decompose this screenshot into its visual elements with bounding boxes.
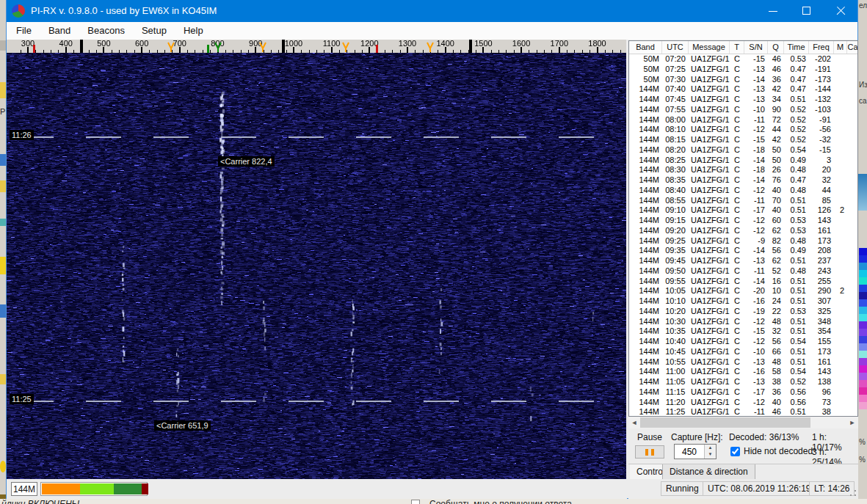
table-row[interactable]: 144M09:45UA1ZFG/1C-13620.51237 — [629, 256, 857, 266]
capture-label: Capture [Hz]: — [671, 432, 723, 442]
table-cell: 143 — [809, 367, 834, 377]
table-cell: 2 — [834, 286, 847, 296]
table-row[interactable]: 144M08:35UA1ZFG/1C-14760.4732 — [629, 175, 857, 186]
table-cell: -15 — [744, 135, 768, 145]
table-row[interactable]: 144M08:00UA1ZFG/1C-11720.52-91 — [629, 115, 857, 125]
table-cell: 0.52 — [784, 105, 809, 115]
resize-grip[interactable] — [849, 489, 857, 497]
table-row[interactable]: 144M11:00UA1ZFG/1C-16580.54143 — [629, 367, 857, 377]
table-row[interactable]: 144M08:15UA1ZFG/1C-15420.52-32 — [629, 135, 857, 145]
table-cell: -11 — [744, 196, 768, 206]
decode-table: BandUTCMessageTS/NQTimeFreqMCa 50M07:20U… — [628, 40, 858, 417]
column-header-t[interactable]: T — [730, 41, 744, 54]
table-row[interactable]: 144M07:40UA1ZFG/1C-13420.47-144 — [629, 84, 857, 95]
table-cell: 144M — [629, 226, 662, 236]
menu-band[interactable]: Band — [41, 22, 78, 36]
column-header-sn[interactable]: S/N — [744, 41, 768, 54]
menu-file[interactable]: File — [9, 22, 39, 36]
column-header-ca[interactable]: Ca — [847, 41, 858, 54]
table-row[interactable]: 144M10:05UA1ZFG/1C-20100.512902 — [629, 286, 857, 296]
menu-beacons[interactable]: Beacons — [80, 22, 132, 36]
pi-rx-window: PI-RX v. 0.9.8.0 - used by EW6X in KO45I… — [6, 0, 858, 499]
title-bar[interactable]: PI-RX v. 0.9.8.0 - used by EW6X in KO45I… — [7, 0, 857, 22]
table-cell: UA1ZFG/1 — [689, 84, 730, 95]
table-row[interactable]: 144M11:05UA1ZFG/1C-13380.52138 — [629, 377, 857, 387]
column-header-band[interactable]: Band — [629, 41, 662, 54]
table-row[interactable]: 50M07:20UA1ZFG/1C-15460.53-202 — [629, 54, 857, 65]
column-header-utc[interactable]: UTC — [662, 41, 689, 54]
pause-button[interactable] — [635, 445, 664, 459]
table-row[interactable]: 144M09:50UA1ZFG/1C-11520.48243 — [629, 266, 857, 277]
table-cell — [834, 277, 847, 287]
table-cell: C — [730, 377, 744, 387]
table-cell: 07:45 — [662, 95, 689, 105]
table-row[interactable]: 50M07:30UA1ZFG/1C-14360.47-173 — [629, 75, 857, 85]
table-row[interactable]: 144M10:10UA1ZFG/1C-16240.51307 — [629, 296, 857, 307]
table-row[interactable]: 144M10:45UA1ZFG/1C-10660.51173 — [629, 347, 857, 357]
table-row[interactable]: 144M10:20UA1ZFG/1C-19220.53325 — [629, 307, 857, 317]
column-header-freq[interactable]: Freq — [809, 41, 834, 54]
minimize-button[interactable] — [756, 0, 790, 22]
table-cell: 0.54 — [784, 367, 809, 377]
table-row[interactable]: 144M09:20UA1ZFG/1C-12620.53161 — [629, 226, 857, 236]
spin-down-button[interactable]: ▼ — [704, 451, 716, 459]
scrollbar-thumb[interactable] — [640, 417, 810, 428]
tab-distance-direction[interactable]: Distance & direction — [662, 464, 755, 480]
table-cell: 08:30 — [662, 165, 689, 175]
table-row[interactable]: 144M11:20UA1ZFG/1C-12400.5673 — [629, 398, 857, 408]
table-row[interactable]: 144M10:40UA1ZFG/1C-12560.54155 — [629, 337, 857, 347]
capture-input[interactable] — [675, 445, 704, 459]
table-row[interactable]: 144M09:35UA1ZFG/1C-14560.49208 — [629, 246, 857, 256]
table-row[interactable]: 144M07:45UA1ZFG/1C-13340.51-132 — [629, 95, 857, 105]
menu-help[interactable]: Help — [176, 22, 211, 36]
table-cell: 144M — [629, 317, 662, 327]
table-cell: UA1ZFG/1 — [689, 145, 730, 156]
table-cell — [847, 286, 858, 296]
frequency-ruler[interactable] — [7, 40, 626, 53]
table-row[interactable]: 144M09:10UA1ZFG/1C-17400.511262 — [629, 205, 857, 216]
table-cell: 255 — [809, 277, 834, 287]
table-cell: 325 — [809, 307, 834, 317]
table-row[interactable]: 144M10:30UA1ZFG/1C-12480.51348 — [629, 317, 857, 327]
column-header-m[interactable]: M — [834, 41, 847, 54]
table-cell: 11:25 — [662, 407, 689, 417]
table-row[interactable]: 144M09:55UA1ZFG/1C-14160.51255 — [629, 277, 857, 287]
table-row[interactable]: 144M07:55UA1ZFG/1C-10900.52-103 — [629, 105, 857, 115]
table-row[interactable]: 144M08:20UA1ZFG/1C-18500.54-15 — [629, 145, 857, 156]
table-row[interactable]: 144M09:25UA1ZFG/1C-9820.48173 — [629, 236, 857, 246]
table-row[interactable]: 144M10:55UA1ZFG/1C-13480.51161 — [629, 357, 857, 368]
table-row[interactable]: 144M08:40UA1ZFG/1C-12400.4844 — [629, 186, 857, 196]
table-row[interactable]: 144M09:15UA1ZFG/1C-12600.53143 — [629, 216, 857, 226]
table-row[interactable]: 144M11:15UA1ZFG/1C-17360.5696 — [629, 387, 857, 398]
table-cell: 0.47 — [784, 65, 809, 75]
table-cell: UA1ZFG/1 — [689, 266, 730, 277]
close-button[interactable] — [824, 0, 857, 22]
table-header[interactable]: BandUTCMessageTS/NQTimeFreqMCa — [629, 41, 857, 54]
table-row[interactable]: 144M08:55UA1ZFG/1C-11700.5185 — [629, 196, 857, 206]
column-header-q[interactable]: Q — [768, 41, 784, 54]
column-header-time[interactable]: Time — [784, 41, 809, 54]
column-header-message[interactable]: Message — [689, 41, 730, 54]
background-checkbox — [411, 500, 420, 504]
hide-not-decoded-checkbox[interactable] — [730, 447, 740, 456]
table-cell: -17 — [744, 205, 768, 216]
table-row[interactable]: 50M07:25UA1ZFG/1C-13460.47-191 — [629, 65, 857, 75]
background-window-right: елИзса%% — [858, 0, 867, 504]
table-cell — [847, 65, 858, 75]
table-cell: 50M — [629, 54, 662, 65]
scroll-right-arrow[interactable]: ► — [846, 417, 858, 428]
table-cell — [834, 398, 847, 408]
table-cell: 40 — [768, 186, 784, 196]
table-row[interactable]: 144M10:35UA1ZFG/1C-15320.51354 — [629, 326, 857, 337]
maximize-button[interactable] — [790, 0, 824, 22]
table-cell: 11:05 — [662, 377, 689, 387]
table-row[interactable]: 144M08:30UA1ZFG/1C-18260.4820 — [629, 165, 857, 175]
table-row[interactable]: 144M08:10UA1ZFG/1C-12440.52-56 — [629, 125, 857, 135]
menu-setup[interactable]: Setup — [134, 22, 174, 36]
horizontal-scrollbar[interactable]: ◄ ► — [628, 417, 858, 428]
table-cell: 354 — [809, 326, 834, 337]
waterfall-display[interactable] — [7, 53, 626, 479]
scroll-left-arrow[interactable]: ◄ — [628, 417, 640, 428]
table-row[interactable]: 144M08:25UA1ZFG/1C-14500.493 — [629, 156, 857, 166]
table-row[interactable]: 144M11:25UA1ZFG/1C-11460.5138 — [629, 407, 857, 417]
